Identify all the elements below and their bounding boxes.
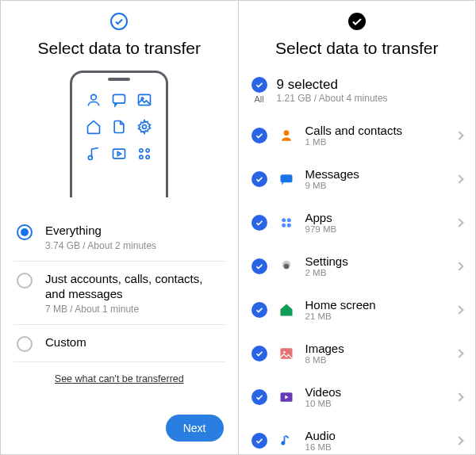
chevron-right-icon: [455, 305, 463, 314]
option-everything[interactable]: Everything 3.74 GB / About 2 minutes: [13, 213, 225, 262]
select-all-checkbox[interactable]: [251, 77, 267, 93]
file-icon: [111, 119, 127, 135]
next-button[interactable]: Next: [166, 415, 224, 442]
svg-rect-2: [113, 94, 125, 103]
settings-icon: [136, 119, 152, 135]
item-name: Images: [305, 342, 446, 355]
svg-point-1: [91, 94, 97, 100]
detail-pane: Select data to transfer All 9 selected 1…: [239, 1, 476, 454]
svg-point-9: [146, 149, 149, 152]
item-checkbox[interactable]: [251, 171, 267, 187]
all-label: All: [254, 94, 263, 104]
footer: Next: [1, 405, 238, 454]
category-list[interactable]: Calls and contacts1 MBMessages9 MBApps97…: [239, 113, 476, 454]
option-subtitle: 7 MB / About 1 minute: [45, 304, 222, 315]
svg-point-8: [140, 149, 143, 152]
selected-count: 9 selected: [277, 77, 388, 93]
category-item[interactable]: Calls and contacts1 MB: [239, 113, 476, 157]
chat-icon: [111, 92, 127, 108]
person-icon: [278, 128, 294, 143]
item-name: Settings: [305, 254, 446, 268]
item-checkbox[interactable]: [251, 215, 267, 231]
select-mode-pane: Select data to transfer: [1, 1, 239, 454]
svg-point-5: [143, 125, 147, 129]
item-checkbox[interactable]: [251, 128, 267, 143]
item-size: 9 MB: [305, 181, 446, 190]
item-size: 21 MB: [305, 312, 446, 321]
svg-point-15: [286, 218, 290, 222]
item-checkbox[interactable]: [251, 346, 267, 361]
item-name: Audio: [305, 429, 446, 442]
svg-point-14: [282, 218, 286, 222]
radio-selected[interactable]: [17, 224, 33, 240]
item-checkbox[interactable]: [251, 389, 267, 405]
apps-icon: [136, 146, 152, 162]
item-checkbox[interactable]: [251, 302, 267, 318]
chevron-right-icon: [455, 436, 463, 445]
radio-unselected[interactable]: [17, 273, 33, 289]
item-size: 16 MB: [305, 442, 446, 452]
item-size: 10 MB: [305, 399, 446, 408]
home-icon: [278, 302, 294, 318]
option-title: Custom: [45, 335, 222, 350]
chevron-right-icon: [455, 349, 463, 358]
header-left: [1, 1, 238, 39]
check-circle-icon: [109, 12, 129, 31]
item-checkbox[interactable]: [251, 258, 267, 274]
chevron-right-icon: [455, 262, 463, 270]
image-icon: [136, 92, 152, 108]
option-subtitle: 3.74 GB / About 2 minutes: [45, 240, 222, 251]
music-icon: [86, 146, 102, 162]
header-right: [239, 1, 476, 39]
selection-summary: All 9 selected 1.21 GB / About 4 minutes: [239, 71, 476, 113]
svg-point-10: [140, 155, 143, 159]
svg-point-12: [348, 13, 366, 30]
category-item[interactable]: Home screen21 MB: [239, 288, 476, 331]
svg-rect-7: [113, 149, 125, 159]
check-circle-filled-icon: [347, 12, 367, 31]
svg-point-17: [286, 223, 290, 227]
chat-icon: [278, 171, 294, 187]
svg-point-19: [283, 351, 286, 354]
item-name: Videos: [305, 385, 446, 399]
option-basics[interactable]: Just accounts, calls, contacts, and mess…: [13, 262, 225, 325]
category-item[interactable]: Images8 MB: [239, 331, 476, 375]
category-item[interactable]: Settings2 MB: [239, 244, 476, 288]
item-name: Calls and contacts: [305, 124, 446, 137]
svg-point-6: [89, 156, 93, 160]
selection-size: 1.21 GB / About 4 minutes: [277, 93, 388, 104]
home-icon: [86, 119, 102, 135]
category-item[interactable]: Apps979 MB: [239, 201, 476, 244]
item-name: Home screen: [305, 298, 446, 312]
option-title: Just accounts, calls, contacts, and mess…: [45, 271, 222, 302]
option-title: Everything: [45, 223, 222, 239]
category-item[interactable]: Audio16 MB: [239, 419, 476, 454]
category-item[interactable]: Messages9 MB: [239, 157, 476, 201]
radio-unselected[interactable]: [17, 336, 33, 352]
phone-illustration: [1, 71, 238, 197]
svg-point-11: [146, 155, 149, 159]
category-item[interactable]: Videos10 MB: [239, 375, 476, 419]
svg-point-16: [282, 223, 286, 227]
item-size: 2 MB: [305, 268, 446, 277]
option-custom[interactable]: Custom: [13, 325, 225, 362]
item-checkbox[interactable]: [251, 433, 267, 449]
item-name: Messages: [305, 167, 446, 181]
page-title-right: Select data to transfer: [239, 39, 476, 58]
item-size: 979 MB: [305, 224, 446, 234]
chevron-right-icon: [455, 131, 463, 140]
music-icon: [278, 433, 294, 449]
see-what-cant-link[interactable]: See what can't be transferred: [13, 373, 225, 384]
item-name: Apps: [305, 211, 446, 224]
options-list: Everything 3.74 GB / About 2 minutes Jus…: [1, 213, 238, 384]
gear-icon: [278, 258, 294, 274]
video-icon: [111, 146, 127, 162]
item-size: 1 MB: [305, 137, 446, 147]
svg-rect-13: [280, 174, 292, 182]
item-size: 8 MB: [305, 355, 446, 365]
video-icon: [278, 389, 294, 405]
chevron-right-icon: [455, 392, 463, 401]
person-icon: [86, 92, 102, 108]
svg-point-0: [111, 13, 127, 29]
image-icon: [278, 346, 294, 361]
